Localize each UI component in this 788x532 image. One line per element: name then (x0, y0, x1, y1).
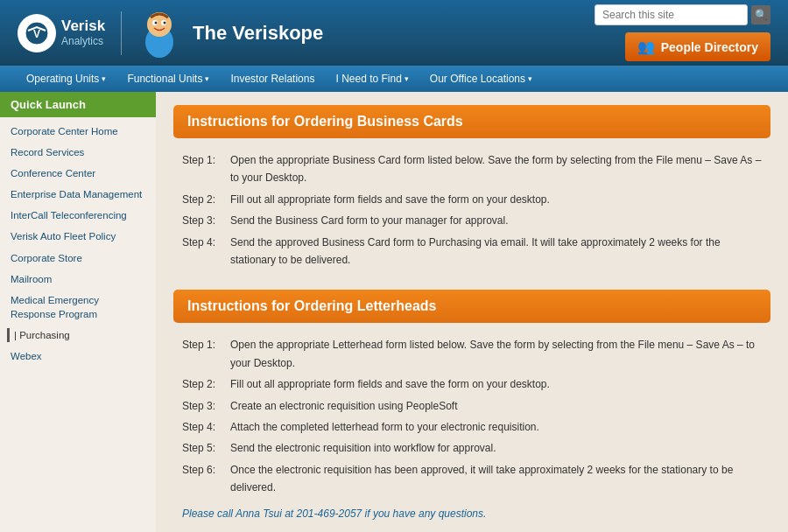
chevron-down-icon: ▾ (102, 74, 106, 83)
nav-item-office-locations[interactable]: Our Office Locations ▾ (421, 68, 541, 89)
step-4-label: Step 4: (182, 234, 230, 270)
navbar: Operating Units ▾ Functional Units ▾ Inv… (0, 66, 788, 92)
lh-step-4-label: Step 4: (182, 418, 230, 436)
sidebar-item-record-services[interactable]: Record Services (0, 142, 156, 163)
step-2-label: Step 2: (182, 191, 230, 208)
lh-step-1-text: Open the appropriate Letterhead form lis… (230, 336, 762, 372)
logo-text: Verisk Analytics (61, 18, 105, 47)
sidebar-item-purchasing[interactable]: | Purchasing (0, 325, 156, 346)
site-title: The Veriskope (193, 22, 323, 45)
svg-text:V: V (33, 28, 40, 40)
step-1-text: Open the appropriate Business Card form … (230, 151, 762, 187)
step-3-text: Send the Business Card form to your mana… (230, 212, 762, 229)
letterheads-content: Step 1: Open the appropriate Letterhead … (173, 336, 770, 532)
business-cards-content: Step 1: Open the appropriate Business Ca… (173, 151, 770, 290)
step-4-text: Send the approved Business Card form to … (230, 234, 762, 270)
sidebar-item-mailroom[interactable]: Mailroom (0, 269, 156, 290)
sidebar-item-corporate-center-home[interactable]: Corporate Center Home (0, 121, 156, 142)
header-right: 🔍 👥 People Directory (595, 4, 770, 61)
letterhead-step-3: Step 3: Create an electronic requisition… (182, 397, 762, 415)
logo-area: V Verisk Analytics (18, 9, 323, 57)
sidebar-item-intercall[interactable]: InterCall Teleconferencing (0, 205, 156, 226)
chevron-down-icon: ▾ (205, 74, 209, 83)
svg-point-6 (155, 22, 158, 24)
business-card-step-4: Step 4: Send the approved Business Card … (182, 234, 762, 270)
mascot-icon (137, 9, 181, 57)
sidebar-item-enterprise-data-management[interactable]: Enterprise Data Management (0, 184, 156, 205)
business-card-step-3: Step 3: Send the Business Card form to y… (182, 212, 762, 229)
step-2-text: Fill out all appropriate form fields and… (230, 191, 762, 208)
header-left: V Verisk Analytics (18, 9, 323, 57)
logo-divider (121, 11, 122, 55)
lh-step-3-text: Create an electronic requisition using P… (230, 397, 762, 415)
nav-item-i-need-to-find[interactable]: I Need to Find ▾ (327, 68, 417, 89)
search-button[interactable]: 🔍 (751, 5, 770, 24)
verisk-logo: V Verisk Analytics (18, 14, 105, 52)
lh-step-5-label: Step 5: (182, 439, 230, 457)
people-directory-label: People Directory (661, 40, 758, 54)
letterhead-step-4: Step 4: Attach the completed letterhead … (182, 418, 762, 436)
lh-step-6-label: Step 6: (182, 461, 230, 497)
nav-item-operating-units[interactable]: Operating Units ▾ (18, 68, 115, 89)
sidebar-item-corporate-store[interactable]: Corporate Store (0, 248, 156, 269)
business-card-step-1: Step 1: Open the appropriate Business Ca… (182, 151, 762, 187)
letterheads-header: Instructions for Ordering Letterheads (173, 290, 770, 323)
business-cards-header: Instructions for Ordering Business Cards (173, 105, 770, 138)
letterhead-step-6: Step 6: Once the electronic requisition … (182, 461, 762, 497)
sidebar-item-medical-emergency[interactable]: Medical Emergency Response Program (0, 290, 156, 325)
quick-launch-header: Quick Launch (0, 92, 156, 117)
nav-item-investor-relations[interactable]: Investor Relations (222, 68, 323, 89)
active-indicator (7, 328, 10, 342)
step-3-label: Step 3: (182, 212, 230, 229)
letterhead-step-5: Step 5: Send the electronic requisition … (182, 439, 762, 457)
people-directory-button[interactable]: 👥 People Directory (625, 32, 770, 61)
lh-step-6-text: Once the electronic requisition has been… (230, 461, 762, 497)
lh-step-2-text: Fill out all appropriate form fields and… (230, 375, 762, 393)
search-bar: 🔍 (595, 4, 770, 25)
svg-point-7 (164, 22, 166, 24)
people-icon: 👥 (637, 38, 655, 55)
logo-circle-icon: V (18, 14, 56, 52)
search-input[interactable] (595, 4, 748, 25)
sidebar-item-conference-center[interactable]: Conference Center (0, 163, 156, 184)
sidebar-item-auto-fleet[interactable]: Verisk Auto Fleet Policy (0, 226, 156, 247)
nav-item-functional-units[interactable]: Functional Units ▾ (118, 68, 218, 89)
content-area: Instructions for Ordering Business Cards… (156, 92, 788, 532)
business-card-step-2: Step 2: Fill out all appropriate form fi… (182, 191, 762, 208)
step-1-label: Step 1: (182, 151, 230, 187)
logo-analytics-name: Analytics (61, 35, 105, 47)
letterhead-step-2: Step 2: Fill out all appropriate form fi… (182, 375, 762, 393)
main-layout: Quick Launch Corporate Center Home Recor… (0, 92, 788, 532)
chevron-down-icon: ▾ (405, 74, 409, 83)
lh-step-1-label: Step 1: (182, 336, 230, 372)
lh-step-5-text: Send the electronic requisition into wor… (230, 439, 762, 457)
lh-step-4-text: Attach the completed letterhead form to … (230, 418, 762, 436)
letterhead-step-1: Step 1: Open the appropriate Letterhead … (182, 336, 762, 372)
lh-step-3-label: Step 3: (182, 397, 230, 415)
logo-verisk-name: Verisk (61, 18, 105, 35)
chevron-down-icon: ▾ (528, 74, 532, 83)
sidebar-item-webex[interactable]: Webex (0, 346, 156, 367)
lh-step-2-label: Step 2: (182, 375, 230, 393)
sidebar: Quick Launch Corporate Center Home Recor… (0, 92, 156, 532)
contact-note: Please call Anna Tsui at 201-469-2057 if… (182, 505, 762, 522)
header: V Verisk Analytics (0, 0, 788, 66)
